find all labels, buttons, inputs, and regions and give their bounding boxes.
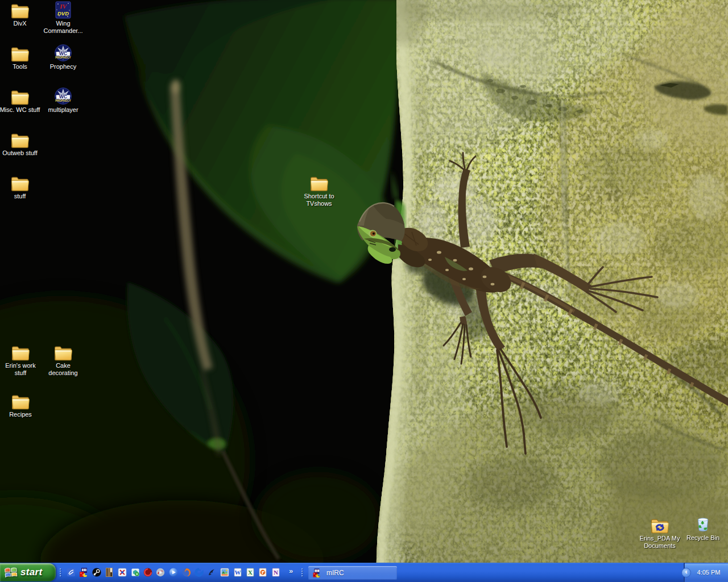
svg-text:X: X xyxy=(248,569,253,576)
svg-text:N: N xyxy=(274,569,278,576)
svg-text:W: W xyxy=(235,569,241,576)
svg-text:IV: IV xyxy=(59,3,67,10)
svg-text:DVD: DVD xyxy=(57,10,69,16)
